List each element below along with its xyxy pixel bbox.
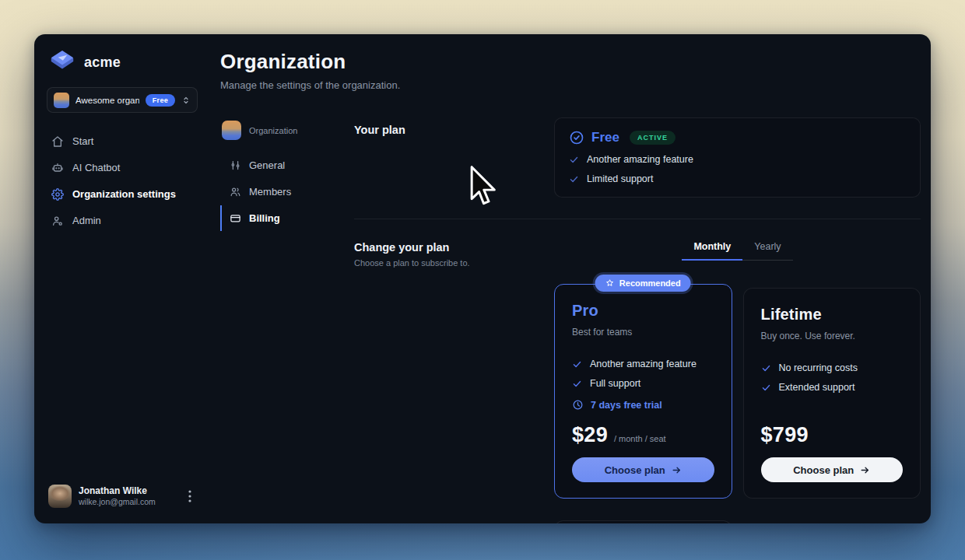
acme-logo-icon xyxy=(48,50,76,75)
plan-price: $29 xyxy=(572,423,608,447)
change-plan-title: Change your plan xyxy=(354,241,554,254)
sliders-icon xyxy=(230,159,241,171)
billing-interval-tabs: Monthly Yearly xyxy=(682,238,792,261)
choose-plan-lifetime-button[interactable]: Choose plan xyxy=(761,457,904,482)
settings-nav-item-label: Members xyxy=(249,186,291,198)
plan-price: $799 xyxy=(761,423,809,447)
plan-feature: Extended support xyxy=(761,382,904,393)
feature-text: Another amazing feature xyxy=(587,154,693,165)
chevron-updown-icon xyxy=(181,96,191,105)
clock-icon xyxy=(572,399,584,411)
sidebar-item-label: AI Chatbot xyxy=(72,162,120,173)
sidebar-spacer xyxy=(47,233,198,481)
sidebar-nav: Start AI Chatbot xyxy=(47,128,198,233)
plan-feature: Another amazing feature xyxy=(572,359,714,369)
star-icon xyxy=(605,278,615,288)
tab-yearly[interactable]: Yearly xyxy=(742,238,792,261)
user-email: wilke.jon@gmail.com xyxy=(79,497,156,507)
feature-text: Another amazing feature xyxy=(590,359,697,369)
plan-description: Buy once. Use forever. xyxy=(761,331,904,341)
settings-nav-item-label: General xyxy=(249,159,285,171)
recommended-label: Recommended xyxy=(619,278,681,288)
sidebar-item-label: Start xyxy=(72,135,93,147)
org-avatar xyxy=(54,93,69,108)
plan-name: Lifetime xyxy=(761,306,904,324)
users-icon xyxy=(230,186,241,198)
free-trial-text: 7 days free trial xyxy=(591,400,662,411)
your-plan-title: Your plan xyxy=(354,124,554,136)
arrow-right-icon xyxy=(672,465,682,475)
choose-plan-label: Choose plan xyxy=(793,464,854,476)
plan-card-enterprise: Enterprise xyxy=(554,520,732,523)
settings-nav: Organization General xyxy=(220,91,354,523)
settings-nav-item-billing[interactable]: Billing xyxy=(220,205,354,231)
settings-nav-item-members[interactable]: Members xyxy=(220,179,354,205)
robot-icon xyxy=(51,162,64,174)
free-trial-note: 7 days free trial xyxy=(572,399,714,411)
feature-text: Full support xyxy=(590,378,640,389)
org-avatar-large xyxy=(222,121,241,140)
sidebar: acme Awesome organi… Free xyxy=(34,34,209,523)
plan-feature: Limited support xyxy=(569,173,906,184)
page-subtitle: Manage the settings of the organization. xyxy=(220,79,921,91)
sidebar-item-organization-settings[interactable]: Organization settings xyxy=(47,181,198,207)
feature-text: Limited support xyxy=(587,173,653,184)
plan-feature: No recurring costs xyxy=(761,362,904,373)
home-icon xyxy=(51,135,64,148)
org-plan-badge: Free xyxy=(146,94,175,107)
sidebar-item-label: Organization settings xyxy=(72,188,176,200)
page-title: Organization xyxy=(220,50,921,74)
change-plan-subtitle: Choose a plan to subscribe to. xyxy=(354,258,554,268)
user-avatar xyxy=(48,485,72,508)
user-menu[interactable]: Jonathan Wilke wilke.jon@gmail.com xyxy=(47,481,198,511)
plan-description: Best for teams xyxy=(572,327,714,338)
plan-name: Pro xyxy=(572,302,714,320)
check-icon xyxy=(569,155,579,165)
check-icon xyxy=(572,359,582,369)
admin-user-icon xyxy=(51,215,64,227)
plan-price-suffix: / month / seat xyxy=(614,434,666,443)
check-icon xyxy=(572,379,582,389)
feature-text: Extended support xyxy=(779,382,855,393)
org-name: Awesome organi… xyxy=(75,96,139,105)
plan-card-pro: Recommended Pro Best for teams Another a… xyxy=(554,284,732,499)
current-plan-name: Free xyxy=(591,130,619,145)
desktop-background: acme Awesome organi… Free xyxy=(0,0,965,560)
sidebar-item-admin[interactable]: Admin xyxy=(47,208,198,233)
plan-feature: Full support xyxy=(572,378,714,389)
user-name: Jonathan Wilke xyxy=(79,485,156,497)
app-name: acme xyxy=(84,54,121,71)
arrow-right-icon xyxy=(860,465,870,475)
gear-icon xyxy=(51,188,64,201)
sidebar-item-start[interactable]: Start xyxy=(47,128,198,154)
section-divider xyxy=(354,219,921,219)
app-window: acme Awesome organi… Free xyxy=(34,34,931,523)
current-plan-card: Free ACTIVE Another amazing feature xyxy=(554,117,921,198)
sidebar-item-ai-chatbot[interactable]: AI Chatbot xyxy=(47,155,198,180)
choose-plan-label: Choose plan xyxy=(605,464,665,476)
credit-card-icon xyxy=(230,212,241,224)
settings-nav-group: Organization xyxy=(220,121,354,140)
active-status-badge: ACTIVE xyxy=(630,131,676,145)
main-area: Organization Manage the settings of the … xyxy=(209,34,931,523)
plan-feature: Another amazing feature xyxy=(569,154,906,165)
feature-text: No recurring costs xyxy=(779,362,858,373)
billing-content: Your plan Free ACTIVE xyxy=(354,91,921,523)
sidebar-item-label: Admin xyxy=(72,215,101,226)
choose-plan-pro-button[interactable]: Choose plan xyxy=(572,457,714,482)
org-selector[interactable]: Awesome organi… Free xyxy=(47,87,198,113)
badge-check-icon xyxy=(569,130,584,145)
settings-nav-item-general[interactable]: General xyxy=(220,152,354,178)
plan-card-lifetime: Lifetime Buy once. Use forever. No recur… xyxy=(743,288,921,499)
recommended-badge: Recommended xyxy=(595,275,691,292)
app-logo: acme xyxy=(47,50,198,75)
settings-nav-group-label: Organization xyxy=(249,126,297,135)
check-icon xyxy=(761,363,771,373)
kebab-menu-icon[interactable] xyxy=(184,487,196,506)
check-icon xyxy=(569,174,579,184)
settings-nav-item-label: Billing xyxy=(249,212,280,224)
tab-monthly[interactable]: Monthly xyxy=(682,238,742,261)
check-icon xyxy=(761,383,771,393)
